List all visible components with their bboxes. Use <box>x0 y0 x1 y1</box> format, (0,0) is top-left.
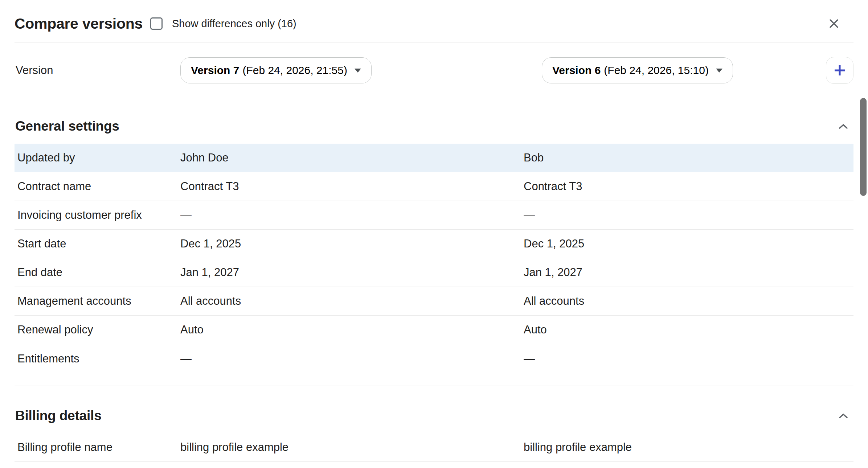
row-value-left: — <box>180 209 524 222</box>
add-version-button[interactable] <box>826 57 853 84</box>
table-row: Contract name Contract T3 Contract T3 <box>15 172 853 201</box>
table-row: Start date Dec 1, 2025 Dec 1, 2025 <box>15 230 853 258</box>
show-differences-checkbox[interactable] <box>150 17 163 30</box>
close-icon <box>827 17 840 30</box>
row-value-right: Jan 1, 2027 <box>524 266 853 279</box>
section-title: Billing details <box>15 408 102 423</box>
row-label: Updated by <box>17 151 180 164</box>
row-value-right: Dec 1, 2025 <box>524 237 853 250</box>
table-row: Updated by John Doe Bob <box>15 144 853 172</box>
section-header-billing-details: Billing details <box>15 408 853 424</box>
row-value-right: Bob <box>524 151 853 164</box>
version-selector-row: Version Version 7 (Feb 24, 2026, 21:55) … <box>15 42 853 95</box>
row-label: Renewal policy <box>17 323 180 336</box>
row-value-left: billing profile example <box>180 441 524 454</box>
row-value-right: All accounts <box>524 295 853 308</box>
version-dropdown-left-timestamp: (Feb 24, 2026, 21:55) <box>242 64 347 77</box>
row-value-left: Auto <box>180 323 524 336</box>
chevron-up-icon <box>838 123 848 130</box>
close-button[interactable] <box>825 15 843 32</box>
compare-versions-dialog: Compare versions Show differences only (… <box>0 0 868 468</box>
version-dropdown-left-name: Version 7 <box>191 64 239 77</box>
dialog-header: Compare versions Show differences only (… <box>15 0 853 42</box>
row-value-right: — <box>524 352 853 365</box>
show-differences-label[interactable]: Show differences only (16) <box>172 18 296 30</box>
row-value-left: — <box>180 352 524 365</box>
row-label: Invoicing customer prefix <box>17 209 180 222</box>
row-value-right: Auto <box>524 323 853 336</box>
plus-icon <box>834 64 846 77</box>
row-label: Entitlements <box>17 352 180 365</box>
section-title: General settings <box>15 119 119 134</box>
row-label: Start date <box>17 237 180 250</box>
row-value-right: — <box>524 209 853 222</box>
table-row: End date Jan 1, 2027 Jan 1, 2027 <box>15 258 853 287</box>
triangle-down-icon <box>355 69 361 73</box>
version-label: Version <box>15 64 180 77</box>
version-dropdown-right[interactable]: Version 6 (Feb 24, 2026, 15:10) <box>542 57 733 83</box>
triangle-down-icon <box>716 69 722 73</box>
collapse-general-settings-button[interactable] <box>835 120 851 132</box>
row-value-left: All accounts <box>180 295 524 308</box>
row-label: End date <box>17 266 180 279</box>
version-dropdown-right-timestamp: (Feb 24, 2026, 15:10) <box>604 64 709 77</box>
row-value-right: Contract T3 <box>524 180 853 193</box>
row-value-right: billing profile example <box>524 441 853 454</box>
version-dropdown-left[interactable]: Version 7 (Feb 24, 2026, 21:55) <box>180 57 372 83</box>
collapse-billing-details-button[interactable] <box>835 410 851 422</box>
row-label: Management accounts <box>17 295 180 308</box>
table-row: Entitlements — — <box>15 344 853 373</box>
vertical-scrollbar-thumb[interactable] <box>860 98 867 196</box>
general-settings-table: Updated by John Doe Bob Contract name Co… <box>15 144 853 373</box>
version-dropdown-right-name: Version 6 <box>552 64 601 77</box>
page-title: Compare versions <box>15 15 143 32</box>
table-row: Renewal policy Auto Auto <box>15 316 853 344</box>
row-value-left: Dec 1, 2025 <box>180 237 524 250</box>
billing-details-table: Billing profile name billing profile exa… <box>15 433 853 462</box>
table-row: Billing profile name billing profile exa… <box>15 433 853 462</box>
section-divider <box>15 386 853 386</box>
row-label: Contract name <box>17 180 180 193</box>
chevron-up-icon <box>838 412 848 419</box>
row-value-left: John Doe <box>180 151 524 164</box>
table-row: Invoicing customer prefix — — <box>15 201 853 230</box>
section-header-general-settings: General settings <box>15 118 853 134</box>
row-label: Billing profile name <box>17 441 180 454</box>
row-value-left: Jan 1, 2027 <box>180 266 524 279</box>
row-value-left: Contract T3 <box>180 180 524 193</box>
table-row: Management accounts All accounts All acc… <box>15 287 853 316</box>
